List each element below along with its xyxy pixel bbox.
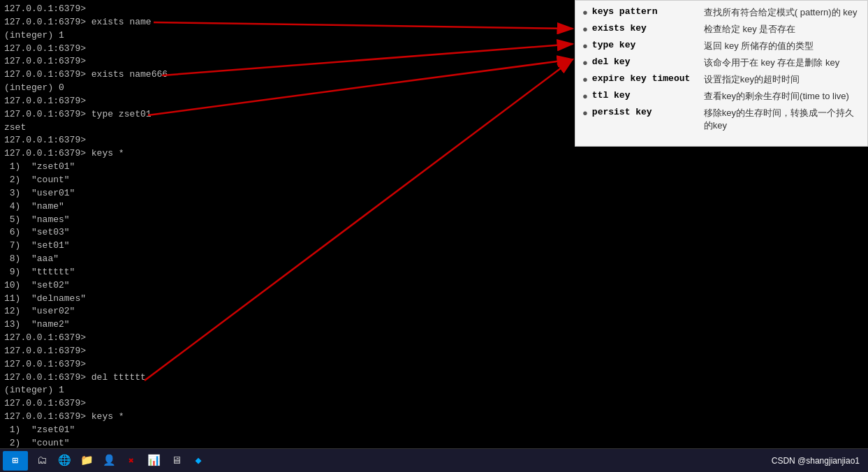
- info-row: ● del key 该命令用于在 key 存在是删除 key: [582, 57, 860, 69]
- command-desc: 设置指定key的超时时间: [704, 73, 860, 86]
- command-key: ttl key: [592, 90, 704, 101]
- terminal-line: 127.0.0.1:6379> exists name: [4, 16, 568, 29]
- terminal-line: 8) "aaa": [4, 253, 568, 266]
- terminal-line: 127.0.0.1:6379>: [4, 134, 568, 147]
- terminal-line: 127.0.0.1:6379>: [4, 397, 568, 411]
- info-panel: ● keys pattern 查找所有符合给定模式( pattern)的 key…: [575, 0, 868, 147]
- start-button[interactable]: ⊞: [3, 451, 28, 471]
- info-row: ● persist key 移除key的生存时间，转换成一个持久的key: [582, 107, 860, 132]
- terminal-line: 127.0.0.1:6379>: [4, 358, 568, 371]
- terminal-line: 13) "name2": [4, 318, 568, 332]
- terminal-line: 127.0.0.1:6379> exists name666: [4, 68, 568, 82]
- terminal-line: (integer) 1: [4, 29, 568, 43]
- command-key: keys pattern: [592, 6, 704, 17]
- terminal-line: 127.0.0.1:6379>: [4, 95, 568, 108]
- terminal-line: 5) "names": [4, 214, 568, 227]
- terminal-line: 127.0.0.1:6379> keys *: [4, 411, 568, 424]
- taskbar-icon-5[interactable]: ✖: [122, 451, 141, 471]
- terminal-line: 9) "tttttt": [4, 266, 568, 279]
- bullet-icon: ●: [582, 57, 588, 68]
- info-row: ● exists key 检查给定 key 是否存在: [582, 23, 860, 36]
- taskbar-icon-6[interactable]: 📊: [144, 451, 163, 471]
- terminal-line: 3) "user01": [4, 187, 568, 200]
- terminal-line: 4) "name": [4, 200, 568, 214]
- taskbar: ⊞ 🗂 🌐 📁 👤 ✖ 📊 🖥 ◆ CSDN @shangjianjiao1: [0, 448, 868, 472]
- terminal-line: 127.0.0.1:6379>: [4, 3, 568, 16]
- terminal-line: 127.0.0.1:6379>: [4, 332, 568, 345]
- taskbar-icon-2[interactable]: 🌐: [54, 451, 74, 471]
- terminal-line: (integer) 0: [4, 82, 568, 95]
- terminal-line: 127.0.0.1:6379>: [4, 43, 568, 56]
- info-row: ● keys pattern 查找所有符合给定模式( pattern)的 key: [582, 6, 860, 19]
- taskbar-icon-1[interactable]: 🗂: [32, 451, 52, 471]
- command-desc: 检查给定 key 是否存在: [704, 23, 860, 36]
- command-desc: 查找所有符合给定模式( pattern)的 key: [704, 6, 860, 19]
- bullet-icon: ●: [582, 40, 588, 52]
- info-row: ● expire key timeout 设置指定key的超时时间: [582, 73, 860, 86]
- terminal-line: 7) "set01": [4, 239, 568, 253]
- terminal-line: 127.0.0.1:6379> type zset01: [4, 108, 568, 121]
- command-key: type key: [592, 40, 704, 50]
- taskbar-icon-3[interactable]: 📁: [77, 451, 96, 471]
- command-key: expire key timeout: [592, 73, 704, 84]
- bullet-icon: ●: [582, 24, 588, 35]
- terminal-line: 12) "user02": [4, 305, 568, 318]
- bullet-icon: ●: [582, 108, 588, 119]
- terminal-line: 1) "zset01": [4, 424, 568, 437]
- terminal-line: 127.0.0.1:6379> del tttttt: [4, 371, 568, 385]
- terminal-line: 2) "count": [4, 174, 568, 187]
- taskbar-right: CSDN @shangjianjiao1: [772, 456, 865, 466]
- taskbar-icon-7[interactable]: 🖥: [166, 451, 186, 471]
- terminal-line: 1) "zset01": [4, 161, 568, 174]
- terminal-line: (integer) 1: [4, 384, 568, 397]
- info-row: ● ttl key 查看key的剩余生存时间(time to live): [582, 90, 860, 103]
- command-desc: 查看key的剩余生存时间(time to live): [704, 90, 860, 103]
- command-key: persist key: [592, 107, 704, 117]
- terminal-line: 11) "delnames": [4, 293, 568, 306]
- bullet-icon: ●: [582, 7, 588, 18]
- taskbar-icon-8[interactable]: ◆: [189, 451, 208, 471]
- command-desc: 该命令用于在 key 存在是删除 key: [704, 57, 860, 69]
- command-desc: 移除key的生存时间，转换成一个持久的key: [704, 107, 860, 132]
- terminal-line: 127.0.0.1:6379>: [4, 55, 568, 68]
- terminal-line: zset: [4, 121, 568, 135]
- terminal-line: 127.0.0.1:6379>: [4, 345, 568, 358]
- bullet-icon: ●: [582, 91, 588, 102]
- command-desc: 返回 key 所储存的值的类型: [704, 40, 860, 52]
- terminal-window[interactable]: 127.0.0.1:6379>127.0.0.1:6379> exists na…: [0, 0, 573, 448]
- terminal-line: 10) "set02": [4, 279, 568, 293]
- command-key: del key: [592, 57, 704, 67]
- command-key: exists key: [592, 23, 704, 34]
- csdn-label: CSDN @shangjianjiao1: [772, 456, 860, 466]
- terminal-line: 6) "set03": [4, 226, 568, 239]
- terminal-line: 127.0.0.1:6379> keys *: [4, 147, 568, 161]
- taskbar-icon-4[interactable]: 👤: [99, 451, 119, 471]
- terminal-line: 2) "count": [4, 437, 568, 448]
- bullet-icon: ●: [582, 74, 588, 85]
- info-row: ● type key 返回 key 所储存的值的类型: [582, 40, 860, 52]
